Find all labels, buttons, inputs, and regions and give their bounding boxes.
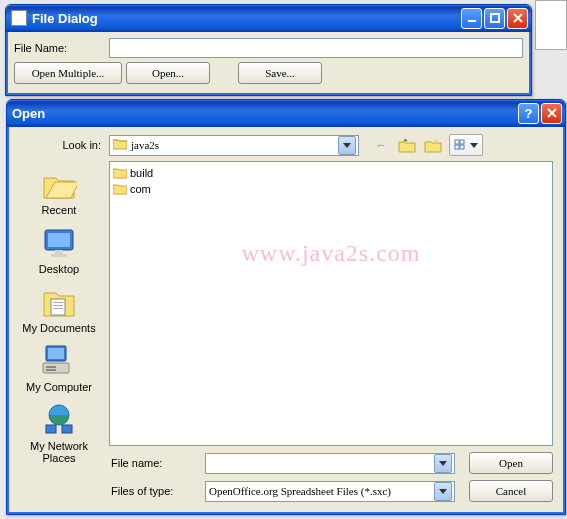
file-dialog-window: File Dialog File Name: Open Multiple... …	[5, 4, 532, 96]
sidebar-item-recent[interactable]: Recent	[15, 163, 103, 218]
svg-rect-8	[55, 250, 63, 254]
view-menu-icon[interactable]	[449, 134, 483, 156]
svg-rect-17	[46, 366, 56, 368]
sidebar-item-my-documents[interactable]: My Documents	[15, 281, 103, 336]
open-dialog-window: Open ? Look in: java2s ←	[6, 99, 566, 515]
places-sidebar: Recent Desktop My Documents	[15, 161, 103, 502]
svg-rect-1	[491, 14, 499, 22]
look-in-label: Look in:	[15, 139, 109, 151]
list-item[interactable]: build	[113, 165, 549, 181]
svg-rect-4	[455, 145, 459, 149]
folder-icon	[113, 183, 127, 195]
files-of-type-value: OpenOffice.org Spreadsheet Files (*.sxc)	[209, 485, 434, 497]
my-documents-icon	[40, 284, 78, 320]
svg-rect-2	[455, 140, 459, 144]
open-dialog-titlebar[interactable]: Open ?	[7, 100, 565, 127]
dropdown-icon[interactable]	[434, 454, 452, 473]
open-button[interactable]: Open	[469, 452, 553, 474]
dropdown-icon[interactable]	[338, 136, 356, 155]
close-button[interactable]	[541, 103, 562, 124]
svg-rect-7	[48, 233, 70, 247]
look-in-value: java2s	[131, 139, 338, 151]
svg-rect-3	[460, 140, 464, 144]
folder-icon	[113, 167, 127, 179]
file-name-input[interactable]	[109, 38, 523, 58]
file-name: com	[130, 183, 151, 195]
sidebar-item-label: Desktop	[39, 263, 79, 275]
recent-icon	[40, 166, 78, 202]
sidebar-item-label: My Network Places	[15, 440, 103, 464]
back-icon[interactable]: ←	[371, 135, 391, 155]
new-folder-icon[interactable]	[423, 135, 443, 155]
my-computer-icon	[40, 343, 78, 379]
sidebar-item-label: My Documents	[22, 322, 95, 334]
minimize-button[interactable]	[461, 8, 482, 29]
svg-rect-11	[53, 302, 63, 303]
open-dialog-title: Open	[12, 106, 516, 121]
save-button[interactable]: Save...	[238, 62, 322, 84]
file-dialog-title: File Dialog	[32, 11, 459, 26]
folder-icon	[113, 138, 127, 152]
sidebar-item-network[interactable]: My Network Places	[15, 399, 103, 466]
list-item[interactable]: com	[113, 181, 549, 197]
help-button[interactable]: ?	[518, 103, 539, 124]
maximize-button[interactable]	[484, 8, 505, 29]
sidebar-item-label: Recent	[42, 204, 77, 216]
svg-rect-9	[51, 254, 67, 257]
file-name-label: File Name:	[14, 42, 109, 54]
file-list[interactable]: build com www.java2s.com	[109, 161, 553, 446]
desktop-icon	[40, 225, 78, 261]
file-name: build	[130, 167, 153, 179]
svg-rect-12	[53, 305, 63, 306]
up-one-level-icon[interactable]	[397, 135, 417, 155]
watermark: www.java2s.com	[241, 239, 420, 266]
open-multiple-button[interactable]: Open Multiple...	[14, 62, 122, 84]
file-dialog-titlebar[interactable]: File Dialog	[6, 5, 531, 32]
dropdown-icon[interactable]	[434, 482, 452, 501]
svg-rect-13	[53, 308, 63, 309]
sidebar-item-my-computer[interactable]: My Computer	[15, 340, 103, 395]
sidebar-item-desktop[interactable]: Desktop	[15, 222, 103, 277]
cancel-button[interactable]: Cancel	[469, 480, 553, 502]
svg-rect-20	[46, 425, 56, 433]
svg-rect-18	[46, 369, 56, 371]
network-icon	[40, 402, 78, 438]
svg-rect-21	[62, 425, 72, 433]
open-button[interactable]: Open...	[126, 62, 210, 84]
svg-rect-0	[468, 20, 476, 22]
close-button[interactable]	[507, 8, 528, 29]
svg-rect-5	[460, 145, 464, 149]
app-icon	[11, 10, 27, 26]
file-name-combo[interactable]	[205, 453, 455, 474]
look-in-combo[interactable]: java2s	[109, 135, 359, 156]
file-name-label: File name:	[109, 457, 197, 469]
svg-rect-15	[48, 348, 64, 359]
sidebar-item-label: My Computer	[26, 381, 92, 393]
files-of-type-combo[interactable]: OpenOffice.org Spreadsheet Files (*.sxc)	[205, 481, 455, 502]
files-of-type-label: Files of type:	[109, 485, 197, 497]
svg-rect-10	[51, 299, 65, 315]
